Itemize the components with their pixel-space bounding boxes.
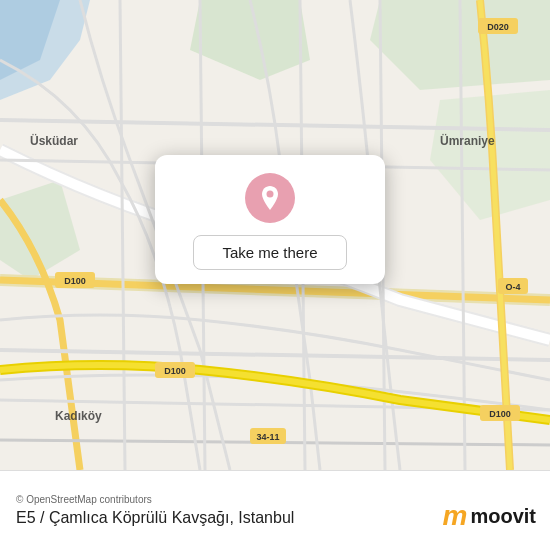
svg-text:Kadıköy: Kadıköy [55, 409, 102, 423]
bottom-bar: © OpenStreetMap contributors E5 / Çamlıc… [0, 470, 550, 550]
map-pin-circle [245, 173, 295, 223]
map-area: D100 D100 D100 Q-1 O-4 D020 34-11 Üsküda… [0, 0, 550, 470]
take-me-there-button[interactable]: Take me there [193, 235, 346, 270]
svg-text:D100: D100 [489, 409, 511, 419]
svg-text:D100: D100 [164, 366, 186, 376]
moovit-brand-name: moovit [470, 505, 536, 528]
moovit-m-letter: m [443, 500, 467, 532]
svg-text:Ümraniye: Ümraniye [440, 133, 495, 148]
moovit-logo: m moovit [443, 500, 536, 532]
svg-text:O-4: O-4 [505, 282, 520, 292]
svg-text:D100: D100 [64, 276, 86, 286]
svg-text:Üsküdar: Üsküdar [30, 133, 78, 148]
svg-point-30 [267, 191, 274, 198]
svg-text:D020: D020 [487, 22, 509, 32]
pin-icon [256, 184, 284, 212]
svg-text:34-11: 34-11 [256, 432, 279, 442]
location-popup: Take me there [155, 155, 385, 284]
